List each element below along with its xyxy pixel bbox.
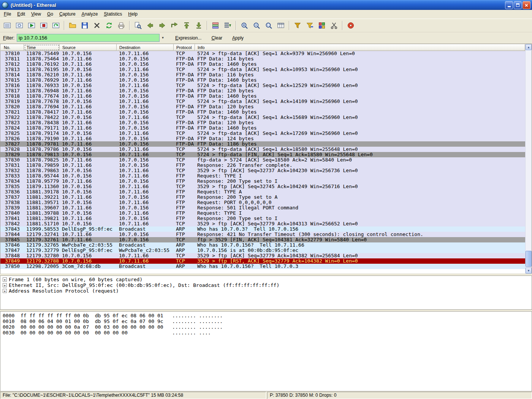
expression-button[interactable]: Expression... (171, 34, 205, 42)
packet-row[interactable]: 3784111881.3982110.7.11.6610.7.0.156FTPR… (0, 216, 525, 221)
scroll-up-button[interactable]: ▲ (526, 44, 532, 50)
toolbar-coloring-rules-button[interactable] (316, 20, 328, 31)
expander-plus-icon[interactable]: + (3, 277, 7, 282)
detail-line[interactable]: +Frame 1 (60 bytes on wire, 60 bytes cap… (0, 277, 532, 282)
packet-row[interactable]: 3781611878.7693310.7.0.15610.7.11.66TCP5… (0, 83, 525, 88)
clear-button[interactable]: Clear (207, 34, 226, 42)
menu-file[interactable]: File (1, 10, 14, 19)
packet-row[interactable]: 3784311999.58553DellEsgP_95:0f:ecBroadca… (0, 226, 525, 232)
toolbar-open-button[interactable] (67, 20, 78, 31)
toolbar-go-to-top-button[interactable] (181, 20, 192, 31)
toolbar-capture-start-button[interactable] (26, 20, 37, 31)
menu-statistics[interactable]: Statistics (101, 10, 125, 19)
filter-dropdown-button[interactable]: ▼ (160, 34, 166, 42)
filter-label[interactable]: Filter: (3, 35, 14, 41)
packet-row[interactable]: 3781111878.7546410.7.11.6610.7.0.156FTP-… (0, 56, 525, 62)
packet-row[interactable]: 3783511879.1136010.7.0.15610.7.11.66TCP3… (0, 184, 525, 189)
packet-row[interactable]: 3781511878.7692910.7.11.6610.7.0.156FTP-… (0, 78, 525, 83)
minimize-button[interactable] (505, 1, 513, 9)
packet-row[interactable]: 3781311878.7619510.7.0.15610.7.11.66TCP5… (0, 67, 525, 72)
apply-button[interactable]: Apply (228, 34, 247, 42)
filter-input[interactable] (17, 34, 160, 42)
packet-row[interactable]: 3784512179.3276110.7.11.6610.7.0.156TCPf… (0, 237, 525, 242)
packet-row[interactable]: 3784812179.3278010.7.0.15610.7.11.66TCP3… (0, 253, 525, 258)
packet-row[interactable]: 3784712179.32779DellEsgP_95:0f:ecWwPcbaT… (0, 248, 525, 253)
packet-row[interactable]: 3782511878.7917410.7.0.15610.7.11.66TCP5… (0, 131, 525, 136)
packet-row[interactable]: 3784211881.5171010.7.0.15610.7.11.66TCP3… (0, 221, 525, 226)
expander-plus-icon[interactable]: + (3, 283, 7, 287)
toolbar-interfaces-button[interactable] (2, 20, 13, 31)
column-header-source[interactable]: Source (60, 44, 117, 51)
packet-row[interactable]: 3783711881.3922110.7.11.6610.7.0.156FTPR… (0, 195, 525, 200)
toolbar-auto-scroll-button[interactable] (222, 20, 233, 31)
packet-row[interactable]: 3781011878.7544910.7.0.15610.7.11.66TCP5… (0, 51, 525, 56)
scroll-thumb[interactable] (526, 251, 532, 267)
packet-row[interactable]: 3782611878.7919010.7.11.6610.7.0.156FTP-… (0, 136, 525, 141)
packet-row[interactable]: 3784912179.3278810.7.0.15610.7.11.66TCP3… (0, 258, 525, 264)
toolbar-go-to-bottom-button[interactable] (193, 20, 204, 31)
menu-view[interactable]: View (28, 10, 44, 19)
packet-row[interactable]: 3781711878.7694810.7.11.6610.7.0.156FTP-… (0, 88, 525, 93)
packet-row[interactable]: 3784011881.3978810.7.0.15610.7.11.66FTPR… (0, 211, 525, 216)
toolbar-go-back-button[interactable] (144, 20, 156, 31)
packet-row[interactable]: 3782711878.7978110.7.11.6610.7.0.156FTP-… (0, 141, 525, 147)
hex-line[interactable]: 0000 ff ff ff ff ff ff 00 0b db 95 0f ec… (0, 313, 532, 318)
toolbar-zoom-in-button[interactable] (239, 20, 250, 31)
close-window-button[interactable]: × (522, 1, 530, 9)
toolbar-save-button[interactable] (79, 20, 90, 31)
toolbar-zoom-100-button[interactable]: 1:1 (263, 20, 274, 31)
toolbar-capture-stop-button[interactable] (38, 20, 49, 31)
toolbar-find-button[interactable] (132, 20, 144, 31)
ethereal-app-icon[interactable] (2, 2, 8, 8)
scroll-down-button[interactable]: ▼ (526, 268, 532, 274)
packet-row[interactable]: 3782211878.7842210.7.0.15610.7.11.66TCP5… (0, 115, 525, 120)
toolbar-preferences-button[interactable] (328, 20, 340, 31)
packet-row[interactable]: 3783411878.9577910.7.11.6610.7.0.156FTPR… (0, 179, 525, 184)
toolbar-capture-filter-button[interactable] (292, 20, 303, 31)
hex-line[interactable]: 0010 08 00 06 04 00 01 00 0b db 95 0f ec… (0, 318, 532, 324)
maximize-button[interactable] (514, 1, 522, 9)
packet-row[interactable]: 3782911878.7981310.7.0.15610.7.11.66TCP5… (0, 152, 525, 157)
packet-row[interactable]: 3781911878.7767810.7.0.15610.7.11.66TCP5… (0, 99, 525, 104)
column-header-protocol[interactable]: Protocol (174, 44, 195, 51)
packet-row[interactable]: 3782111878.7841710.7.11.6610.7.0.156FTP-… (0, 109, 525, 115)
toolbar-colorize-button[interactable] (210, 20, 221, 31)
packet-list-scrollbar[interactable]: ▲ ▼ (525, 44, 532, 274)
hex-line[interactable]: 0020 00 00 00 00 00 00 0a 07 00 03 00 00… (0, 324, 532, 330)
toolbar-go-to-packet-button[interactable] (169, 20, 180, 31)
column-header-no[interactable]: No. (0, 44, 24, 51)
column-header-info[interactable]: Info (195, 44, 525, 51)
toolbar-capture-restart-button[interactable] (50, 20, 62, 31)
packet-row[interactable]: 3783811881.3957110.7.0.15610.7.11.66FTPR… (0, 200, 525, 205)
toolbar-reload-button[interactable] (103, 20, 115, 31)
menu-capture[interactable]: Capture (56, 10, 79, 19)
packet-row[interactable]: 3782411878.7917110.7.11.6610.7.0.156FTP-… (0, 125, 525, 131)
packet-row[interactable]: 3783611881.3917810.7.0.15610.7.11.66FTPR… (0, 189, 525, 195)
toolbar-zoom-out-button[interactable] (251, 20, 262, 31)
hex-line[interactable]: 0030 00 00 00 00 00 00 00 00 00 00 00 00… (0, 330, 532, 336)
scroll-track[interactable] (526, 50, 532, 268)
packet-row[interactable]: 3783311878.9574410.7.0.15610.7.11.66FTPR… (0, 173, 525, 179)
toolbar-capture-options-button[interactable] (14, 20, 25, 31)
packet-row[interactable]: 3782311878.7843810.7.11.6610.7.0.156FTP-… (0, 120, 525, 125)
menu-help[interactable]: Help (125, 10, 141, 19)
packet-row[interactable]: 3783211878.7986310.7.0.15610.7.11.66TCP3… (0, 168, 525, 173)
menu-go[interactable]: Go (44, 10, 56, 19)
toolbar-close-file-button[interactable] (91, 20, 103, 31)
packet-row[interactable]: 3785012298.720053Com_7d:68:dbBroadcastAR… (0, 264, 525, 269)
menu-analyze[interactable]: Analyze (79, 10, 101, 19)
detail-line[interactable]: +Address Resolution Protocol (request) (0, 288, 532, 294)
toolbar-print-button[interactable] (116, 20, 127, 31)
detail-line[interactable]: +Ethernet II, Src: DellEsgP_95:0f:ec (00… (0, 282, 532, 288)
toolbar-help-button[interactable] (345, 20, 356, 31)
toolbar-resize-columns-button[interactable] (275, 20, 287, 31)
column-header-destination[interactable]: Destination (117, 44, 174, 51)
packet-row[interactable]: 3781811878.7767410.7.11.6610.7.0.156FTP-… (0, 93, 525, 99)
packet-row[interactable]: 3783111878.7985910.7.11.6610.7.0.156FTPR… (0, 163, 525, 168)
packet-row[interactable]: 3781411878.7621010.7.11.6610.7.0.156FTP-… (0, 72, 525, 78)
packet-row[interactable]: 3782811878.7978610.7.0.15610.7.11.66TCP5… (0, 147, 525, 152)
toolbar-display-filter-button[interactable] (304, 20, 315, 31)
menu-edit[interactable]: Edit (14, 10, 28, 19)
packet-row[interactable]: 3783911881.3960710.7.11.6610.7.0.156FTPR… (0, 205, 525, 211)
packet-row[interactable]: 3784612179.32765WwPcbaTe_c2:03:55Broadca… (0, 242, 525, 248)
